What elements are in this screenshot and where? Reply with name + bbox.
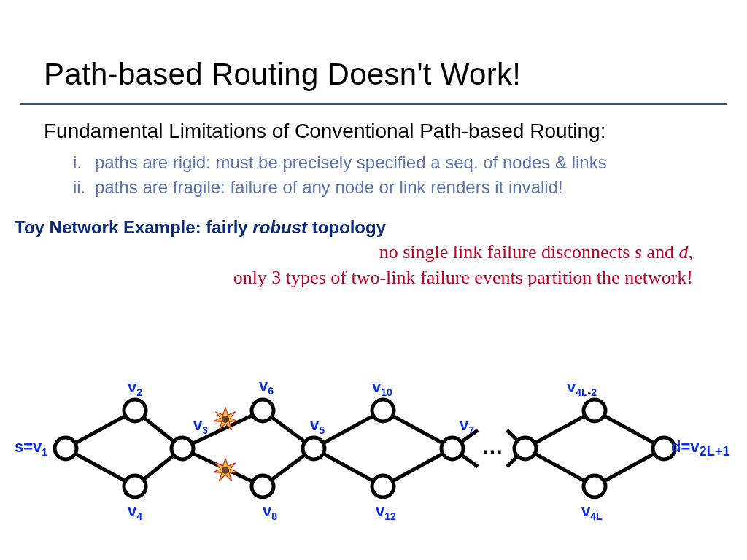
svg-point-28: [372, 475, 394, 497]
svg-point-23: [171, 438, 193, 459]
list-text: paths are rigid: must be precisely speci…: [95, 152, 607, 172]
node-label-v7: v7: [460, 416, 474, 436]
svg-point-20: [55, 438, 77, 459]
node-label-v8: v8: [263, 502, 277, 522]
svg-point-27: [372, 400, 394, 421]
svg-point-22: [124, 475, 146, 497]
list-marker: i.: [73, 151, 95, 174]
dots-ellipsis: …: [481, 434, 503, 459]
list-item: ii.paths are fragile: failure of any nod…: [73, 176, 703, 199]
link-failure-icon: [213, 458, 238, 483]
network-diagram: s=v1 v2 v4 v3 v6 v8 v5 v10 v12 v7 … v4L-…: [15, 365, 732, 532]
toy-example-heading: Toy Network Example: fairly robust topol…: [0, 201, 747, 239]
list-text: paths are fragile: failure of any node o…: [95, 177, 563, 197]
slide-title: Path-based Routing Doesn't Work!: [0, 0, 747, 99]
node-label-v6: v6: [259, 376, 274, 397]
svg-point-21: [124, 400, 146, 421]
node-label-v4l2: v4L-2: [567, 378, 597, 398]
svg-point-26: [303, 438, 325, 459]
node-label-s: s=v1: [15, 438, 47, 458]
list-marker: ii.: [73, 176, 95, 199]
svg-point-31: [584, 400, 605, 421]
node-label-v2: v2: [128, 378, 142, 398]
svg-point-24: [252, 400, 274, 421]
node-label-v5: v5: [310, 416, 325, 436]
svg-point-32: [584, 475, 605, 497]
link-failure-icon: [213, 407, 238, 432]
subheading: Fundamental Limitations of Conventional …: [0, 114, 747, 148]
node-label-d: d=v2L+1: [671, 438, 730, 459]
node-label-v4l: v4L: [581, 502, 603, 522]
svg-point-25: [252, 475, 274, 497]
red-note: no single link failure disconnects s and…: [0, 239, 747, 290]
svg-point-35: [222, 416, 229, 423]
svg-point-30: [514, 438, 536, 459]
node-label-v4: v4: [128, 502, 142, 522]
node-label-v12: v12: [376, 502, 396, 522]
svg-point-37: [222, 467, 229, 474]
node-label-v3: v3: [193, 416, 208, 436]
svg-point-29: [441, 438, 463, 459]
limitation-list: i.paths are rigid: must be precisely spe…: [0, 148, 747, 200]
node-label-v10: v10: [372, 378, 392, 398]
horizontal-rule: [20, 103, 727, 105]
list-item: i.paths are rigid: must be precisely spe…: [73, 151, 703, 174]
